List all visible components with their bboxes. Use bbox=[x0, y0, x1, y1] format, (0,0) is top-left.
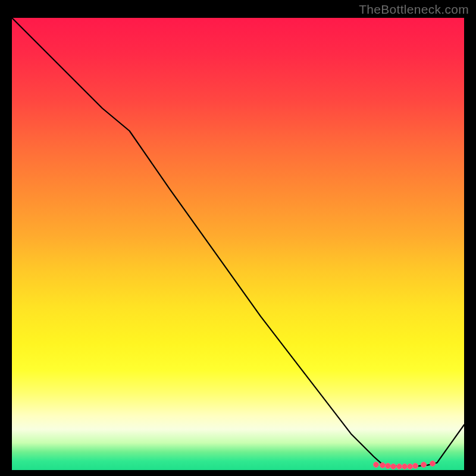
chart-line-svg bbox=[12, 18, 464, 470]
data-marker bbox=[430, 461, 436, 466]
plot-area bbox=[12, 18, 464, 470]
chart-container bbox=[12, 18, 464, 470]
attribution-text: TheBottleneck.com bbox=[359, 2, 469, 17]
data-marker bbox=[373, 462, 379, 468]
data-marker bbox=[412, 463, 418, 469]
data-marker bbox=[421, 462, 427, 468]
